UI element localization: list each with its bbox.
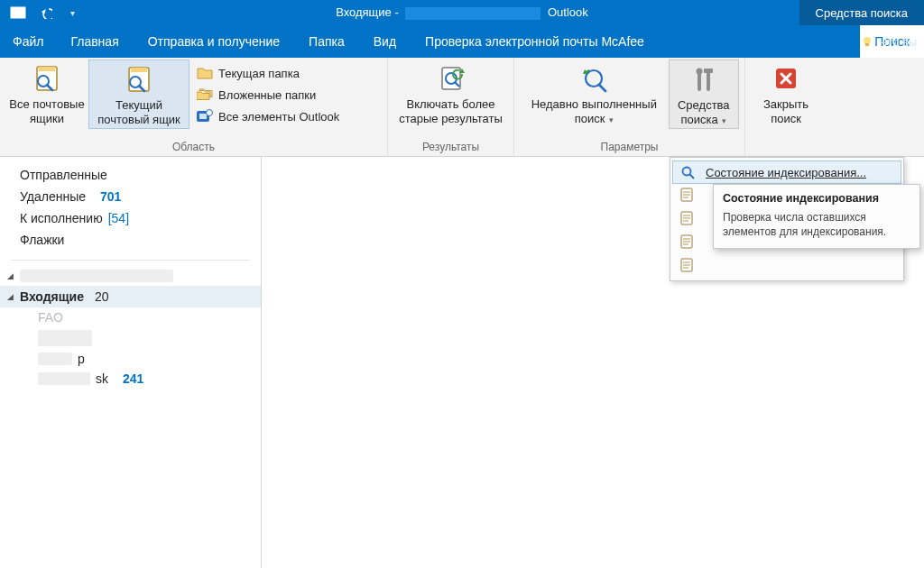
title-bar: ▾ Входящие - Outlook Средства поиска bbox=[0, 0, 924, 25]
folder-icon bbox=[197, 66, 213, 80]
qat-panes-button[interactable] bbox=[7, 3, 29, 23]
group-label-scope: Область bbox=[5, 139, 382, 156]
document-icon bbox=[679, 234, 696, 249]
subfolders-button[interactable]: Вложенные папки bbox=[193, 87, 343, 103]
tab-folder[interactable]: Папка bbox=[294, 25, 359, 58]
contextual-tab-search-tools[interactable]: Средства поиска bbox=[799, 0, 924, 25]
subfolders-icon bbox=[197, 87, 213, 102]
tab-file[interactable]: Файл bbox=[0, 25, 56, 58]
tools-icon bbox=[688, 66, 720, 95]
nav-followup[interactable]: К исполнению [54] bbox=[0, 207, 261, 229]
nav-deleted[interactable]: Удаленные 701 bbox=[0, 186, 261, 207]
nav-inbox-count: 20 bbox=[95, 289, 109, 304]
group-label-options: Параметры bbox=[520, 139, 739, 156]
ribbon-group-close: Закрыть поиск bbox=[745, 58, 827, 156]
all-outlook-items-button[interactable]: Все элементы Outlook bbox=[193, 108, 343, 124]
window-title: Входящие - Outlook bbox=[0, 5, 924, 20]
close-icon bbox=[770, 65, 802, 94]
collapse-triangle-icon: ◢ bbox=[7, 292, 16, 301]
nav-subfolder-masked-1[interactable]: FAO bbox=[0, 307, 261, 327]
outlook-icon bbox=[197, 109, 213, 124]
tab-view[interactable]: Вид bbox=[359, 25, 411, 58]
mailbox-search-icon bbox=[31, 65, 63, 94]
recent-search-icon bbox=[578, 65, 610, 94]
nav-account-header[interactable]: ◢ bbox=[0, 266, 261, 286]
tooltip-indexing-status: Состояние индексирования Проверка числа … bbox=[713, 184, 920, 249]
document-icon bbox=[679, 188, 696, 202]
include-older-results-button[interactable]: Включать более старые результаты bbox=[393, 60, 508, 127]
lightbulb-icon bbox=[861, 35, 873, 48]
nav-subfolder-masked-2[interactable] bbox=[0, 327, 261, 349]
nav-subfolder-sk-count: 241 bbox=[123, 371, 143, 386]
refresh-search-icon bbox=[435, 65, 467, 94]
content-area: Отправленные Удаленные 701 К исполнению … bbox=[0, 157, 924, 568]
close-search-button[interactable]: Закрыть поиск bbox=[751, 60, 821, 127]
group-label-results: Результаты bbox=[393, 139, 508, 156]
dd-indexing-status[interactable]: Состояние индексирования... bbox=[672, 160, 901, 184]
nav-followup-count: [54] bbox=[108, 211, 129, 225]
recent-searches-button[interactable]: Недавно выполненный поиск ▾ bbox=[520, 60, 669, 127]
tab-send-receive[interactable]: Отправка и получение bbox=[134, 25, 294, 58]
nav-sent[interactable]: Отправленные bbox=[0, 164, 261, 186]
ribbon-tabs: Файл Главная Отправка и получение Папка … bbox=[0, 25, 924, 58]
mask bbox=[38, 330, 92, 346]
document-icon bbox=[679, 211, 696, 225]
title-suffix: Outlook bbox=[548, 5, 588, 19]
title-prefix: Входящие - bbox=[336, 5, 399, 19]
folder-nav-pane[interactable]: Отправленные Удаленные 701 К исполнению … bbox=[0, 157, 262, 568]
nav-flags[interactable]: Флажки bbox=[0, 229, 261, 251]
all-mailboxes-button[interactable]: Все почтовые ящики bbox=[5, 60, 88, 127]
search-icon bbox=[680, 165, 697, 179]
title-account-masked bbox=[405, 7, 541, 20]
nav-subfolder-p[interactable]: p bbox=[0, 349, 261, 369]
nav-inbox[interactable]: ◢ Входящие 20 bbox=[0, 286, 261, 307]
collapse-triangle-icon: ◢ bbox=[7, 271, 16, 280]
current-mailbox-button[interactable]: Текущий почтовый ящик bbox=[88, 60, 189, 129]
ribbon-group-scope: Все почтовые ящики Текущий почтовый ящик… bbox=[0, 58, 388, 156]
chevron-down-icon: ▾ bbox=[720, 116, 727, 125]
tooltip-title: Состояние индексирования bbox=[723, 192, 910, 205]
tell-me-box[interactable]: Что вы bbox=[854, 35, 924, 49]
mailbox-search-icon bbox=[123, 66, 155, 95]
qat-customize-caret[interactable]: ▾ bbox=[61, 3, 83, 23]
ribbon-group-options: Недавно выполненный поиск ▾ Средства пои… bbox=[514, 58, 745, 156]
dd-item-5[interactable] bbox=[670, 253, 903, 277]
ribbon-group-results: Включать более старые результаты Результ… bbox=[388, 58, 514, 156]
search-tools-button[interactable]: Средства поиска ▾ bbox=[669, 60, 739, 129]
nav-account-masked bbox=[20, 270, 173, 282]
current-folder-button[interactable]: Текущая папка bbox=[193, 65, 343, 81]
nav-deleted-count: 701 bbox=[100, 189, 121, 204]
ribbon: Все почтовые ящики Текущий почтовый ящик… bbox=[0, 58, 924, 157]
message-list-area: Состояние индексирования... Состояние и bbox=[262, 157, 924, 568]
quick-access-toolbar: ▾ bbox=[0, 3, 83, 23]
document-icon bbox=[679, 258, 696, 272]
nav-separator bbox=[11, 260, 250, 261]
qat-undo-button[interactable] bbox=[34, 3, 56, 23]
chevron-down-icon: ▾ bbox=[606, 115, 614, 124]
tooltip-body: Проверка числа оставшихся элементов для … bbox=[723, 210, 910, 239]
nav-subfolder-sk[interactable]: sk 241 bbox=[0, 369, 261, 389]
tab-mcafee[interactable]: Проверка электронной почты McAfee bbox=[411, 25, 659, 58]
tab-home[interactable]: Главная bbox=[56, 25, 133, 58]
